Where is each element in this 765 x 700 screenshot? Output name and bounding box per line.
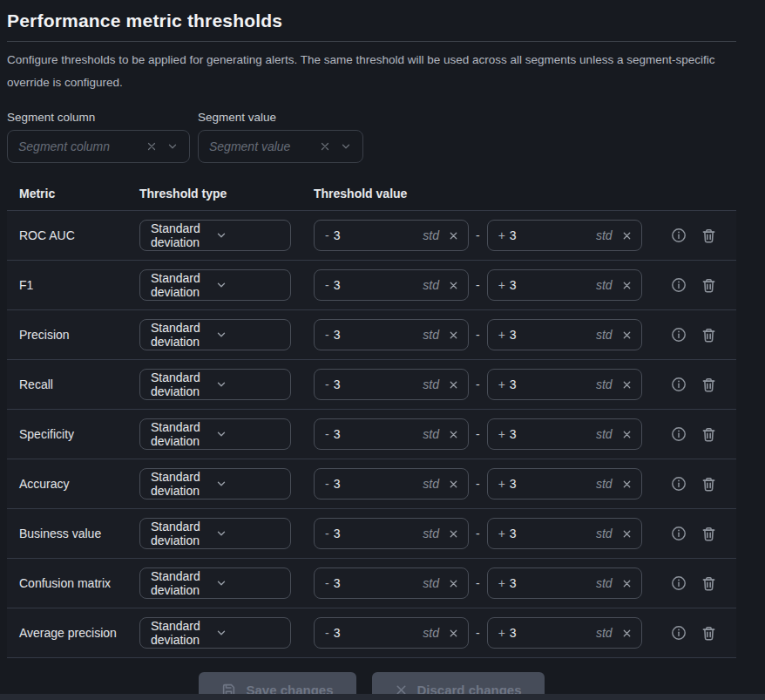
upper-threshold-input[interactable]: + 3 std [487, 269, 642, 301]
range-separator: - [476, 427, 480, 441]
info-icon[interactable] [670, 376, 687, 393]
upper-unit-label: std [596, 328, 613, 342]
chevron-down-icon [215, 378, 280, 391]
info-icon[interactable] [670, 624, 687, 642]
lower-threshold-input[interactable]: - 3 std [314, 468, 469, 500]
info-icon[interactable] [670, 574, 687, 592]
upper-threshold-input[interactable]: + 3 std [487, 369, 642, 400]
info-icon[interactable] [670, 475, 687, 493]
threshold-type-select[interactable]: Standard deviation [139, 468, 291, 500]
clear-icon[interactable] [621, 528, 633, 540]
upper-threshold-input[interactable]: + 3 std [487, 319, 642, 350]
threshold-type-cell: Standard deviation [139, 617, 314, 649]
delete-icon[interactable] [701, 426, 717, 443]
segment-column-select[interactable]: Segment column [7, 130, 190, 163]
clear-icon[interactable] [621, 578, 633, 589]
delete-icon[interactable] [701, 625, 717, 642]
delete-icon[interactable] [701, 526, 717, 542]
lower-threshold-input[interactable]: - 3 std [314, 617, 469, 649]
clear-icon[interactable] [621, 379, 633, 391]
upper-sign: + [498, 626, 505, 640]
upper-unit-label: std [596, 477, 613, 491]
threshold-type-value: Standard deviation [151, 420, 215, 448]
chevron-down-icon[interactable] [166, 140, 179, 153]
lower-sign: - [325, 377, 329, 391]
clear-icon[interactable] [448, 330, 459, 341]
upper-threshold-input[interactable]: + 3 std [487, 418, 642, 450]
clear-icon[interactable] [448, 429, 459, 440]
segment-value-placeholder: Segment value [209, 139, 319, 153]
info-icon[interactable] [670, 326, 687, 343]
clear-icon[interactable] [621, 628, 633, 639]
clear-icon[interactable] [448, 628, 459, 639]
clear-icon[interactable] [448, 280, 459, 291]
range-separator: - [476, 278, 480, 292]
column-header-threshold-type: Threshold type [139, 187, 314, 200]
clear-icon[interactable] [146, 140, 158, 153]
clear-icon[interactable] [621, 330, 633, 341]
delete-icon[interactable] [701, 476, 717, 493]
upper-value: 3 [510, 328, 596, 342]
upper-sign: + [498, 477, 505, 491]
delete-icon[interactable] [701, 377, 717, 393]
segment-value-select[interactable]: Segment value [198, 130, 363, 163]
lower-value: 3 [334, 576, 423, 590]
chevron-down-icon [215, 527, 280, 540]
lower-threshold-input[interactable]: - 3 std [314, 567, 469, 599]
info-icon[interactable] [670, 276, 687, 294]
clear-icon[interactable] [448, 230, 459, 241]
threshold-type-select[interactable]: Standard deviation [139, 369, 291, 400]
threshold-type-select[interactable]: Standard deviation [139, 617, 291, 649]
threshold-type-cell: Standard deviation [139, 220, 314, 251]
info-icon[interactable] [670, 425, 687, 443]
threshold-type-select[interactable]: Standard deviation [139, 269, 291, 301]
upper-threshold-input[interactable]: + 3 std [487, 220, 642, 251]
upper-value: 3 [510, 576, 596, 590]
delete-icon[interactable] [701, 575, 717, 592]
delete-icon[interactable] [701, 277, 717, 294]
chevron-down-icon [215, 279, 280, 291]
upper-threshold-input[interactable]: + 3 std [487, 617, 642, 649]
threshold-type-select[interactable]: Standard deviation [139, 319, 291, 350]
page-description: Configure thresholds to be applied for g… [7, 49, 736, 94]
metric-label: Recall [19, 377, 139, 391]
lower-threshold-input[interactable]: - 3 std [314, 418, 469, 450]
threshold-value-cell: - 3 std - + 3 std [314, 418, 647, 450]
clear-icon[interactable] [448, 578, 459, 589]
metric-label: ROC AUC [19, 228, 139, 242]
delete-icon[interactable] [701, 327, 717, 343]
table-row: Specificity Standard deviation - 3 std -… [7, 410, 736, 459]
lower-threshold-input[interactable]: - 3 std [314, 518, 469, 549]
upper-unit-label: std [596, 626, 613, 640]
lower-threshold-input[interactable]: - 3 std [314, 369, 469, 400]
table-row: Precision Standard deviation - 3 std - + [7, 310, 736, 360]
info-icon[interactable] [670, 227, 687, 244]
threshold-type-select[interactable]: Standard deviation [139, 518, 291, 549]
lower-threshold-input[interactable]: - 3 std [314, 319, 469, 350]
clear-icon[interactable] [621, 479, 633, 490]
threshold-type-select[interactable]: Standard deviation [139, 567, 291, 599]
upper-sign: + [498, 328, 505, 342]
upper-threshold-input[interactable]: + 3 std [487, 518, 642, 549]
clear-icon[interactable] [448, 479, 459, 490]
table-row: Accuracy Standard deviation - 3 std - + [7, 459, 736, 509]
chevron-down-icon [215, 627, 280, 639]
threshold-type-select[interactable]: Standard deviation [139, 220, 291, 251]
chevron-down-icon [215, 428, 280, 440]
chevron-down-icon[interactable] [340, 140, 352, 153]
clear-icon[interactable] [448, 379, 459, 391]
clear-icon[interactable] [621, 429, 633, 440]
clear-icon[interactable] [319, 140, 331, 153]
clear-icon[interactable] [448, 528, 459, 540]
lower-threshold-input[interactable]: - 3 std [314, 220, 469, 251]
chevron-down-icon [215, 577, 280, 589]
delete-icon[interactable] [701, 228, 717, 244]
info-icon[interactable] [670, 525, 687, 542]
clear-icon[interactable] [621, 230, 633, 241]
upper-threshold-input[interactable]: + 3 std [487, 468, 642, 500]
threshold-type-select[interactable]: Standard deviation [139, 418, 291, 450]
lower-threshold-input[interactable]: - 3 std [314, 269, 469, 301]
clear-icon[interactable] [621, 280, 633, 291]
chevron-down-icon [215, 229, 280, 241]
upper-threshold-input[interactable]: + 3 std [487, 567, 642, 599]
